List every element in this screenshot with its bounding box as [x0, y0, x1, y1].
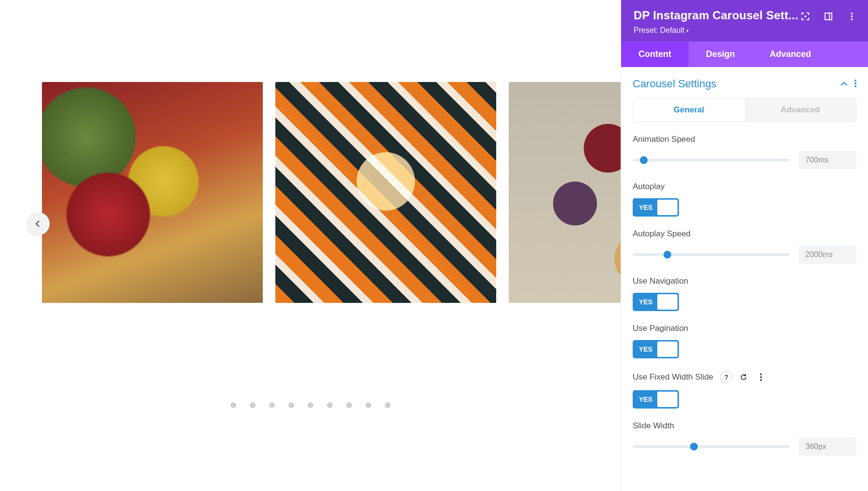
preset-label: Preset: [634, 26, 658, 35]
toggle-knob [657, 392, 678, 407]
section-header[interactable]: Carousel Settings [633, 78, 856, 90]
carousel-prev-button[interactable] [27, 212, 50, 235]
panel-body: Carousel Settings General Advanced Anima… [621, 67, 868, 491]
reset-icon[interactable] [737, 371, 750, 383]
svg-point-8 [854, 85, 856, 87]
use-pagination-toggle[interactable]: YES [633, 340, 679, 358]
setting-animation-speed: Animation Speed 700ms [633, 135, 856, 169]
carousel-slide[interactable] [275, 82, 496, 303]
slide-width-value[interactable]: 360px [799, 437, 856, 456]
carousel-slide[interactable] [509, 82, 621, 303]
svg-point-10 [760, 376, 762, 378]
svg-point-7 [854, 82, 856, 84]
autoplay-speed-slider[interactable] [633, 251, 790, 259]
setting-label: Slide Width [633, 421, 856, 431]
carousel [42, 82, 621, 303]
toggle-label: YES [634, 345, 657, 353]
svg-point-0 [804, 15, 806, 17]
pagination-dot[interactable] [231, 402, 236, 408]
carousel-pagination [231, 402, 391, 408]
pagination-dot[interactable] [269, 402, 275, 408]
subtabs: General Advanced [633, 98, 856, 122]
canvas-preview [0, 0, 621, 491]
setting-autoplay: Autoplay YES [633, 182, 856, 217]
setting-label: Animation Speed [633, 135, 856, 144]
more-icon[interactable] [854, 80, 856, 89]
svg-point-6 [854, 80, 856, 82]
animation-speed-value[interactable]: 700ms [799, 151, 856, 169]
toggle-label: YES [634, 298, 657, 306]
pagination-dot[interactable] [366, 402, 371, 408]
setting-use-pagination: Use Pagination YES [633, 324, 856, 358]
setting-use-fixed-width: Use Fixed Width Slide ? YES [633, 371, 856, 409]
preset-selector[interactable]: Preset: Default ▾ [634, 26, 855, 35]
svg-rect-1 [825, 13, 832, 20]
collapse-icon[interactable] [840, 80, 848, 88]
toggle-label: YES [634, 396, 657, 403]
toggle-label: YES [634, 204, 657, 211]
more-icon[interactable] [847, 12, 856, 21]
more-icon[interactable] [755, 371, 767, 383]
pagination-dot[interactable] [250, 402, 256, 408]
setting-label: Use Pagination [633, 324, 856, 333]
help-icon[interactable]: ? [720, 371, 732, 383]
pagination-dot[interactable] [327, 402, 333, 408]
tabs: Content Design Advanced [621, 41, 868, 67]
pagination-dot[interactable] [308, 402, 313, 408]
use-fixed-width-toggle[interactable]: YES [633, 390, 679, 409]
settings-panel: DP Instagram Carousel Sett... Preset: De… [621, 0, 868, 491]
pagination-dot[interactable] [288, 402, 294, 408]
toggle-knob [657, 341, 678, 357]
setting-slide-width: Slide Width 360px [633, 421, 856, 456]
pagination-dot[interactable] [385, 402, 391, 408]
section-title: Carousel Settings [633, 78, 717, 90]
subtab-advanced[interactable]: Advanced [745, 98, 856, 122]
slide-width-slider[interactable] [633, 443, 790, 450]
tab-design[interactable]: Design [689, 41, 752, 67]
svg-point-5 [851, 18, 853, 20]
autoplay-speed-value[interactable]: 2000ms [799, 246, 856, 264]
focus-icon[interactable] [800, 12, 810, 21]
setting-label: Autoplay [633, 182, 856, 191]
tab-advanced[interactable]: Advanced [752, 41, 828, 67]
setting-autoplay-speed: Autoplay Speed 2000ms [633, 229, 856, 264]
preset-value: Default [660, 26, 685, 35]
pagination-dot[interactable] [346, 402, 352, 408]
chevron-left-icon [34, 220, 42, 228]
setting-label: Use Navigation [633, 276, 856, 286]
setting-use-navigation: Use Navigation YES [633, 276, 856, 311]
autoplay-toggle[interactable]: YES [633, 198, 679, 217]
setting-label: Use Fixed Width Slide [633, 372, 713, 382]
animation-speed-slider[interactable] [633, 156, 790, 164]
toggle-knob [657, 200, 678, 215]
panel-header: DP Instagram Carousel Sett... Preset: De… [621, 0, 868, 41]
svg-point-3 [851, 13, 853, 14]
subtab-general[interactable]: General [633, 98, 745, 122]
tab-content[interactable]: Content [621, 41, 689, 67]
svg-point-9 [760, 373, 762, 375]
toggle-knob [657, 294, 678, 310]
panel-layout-icon[interactable] [824, 12, 833, 21]
carousel-slide[interactable] [42, 82, 263, 303]
setting-label: Autoplay Speed [633, 229, 856, 239]
chevron-down-icon: ▾ [686, 28, 689, 33]
svg-point-4 [851, 15, 853, 17]
svg-point-11 [760, 379, 762, 381]
use-navigation-toggle[interactable]: YES [633, 293, 679, 311]
